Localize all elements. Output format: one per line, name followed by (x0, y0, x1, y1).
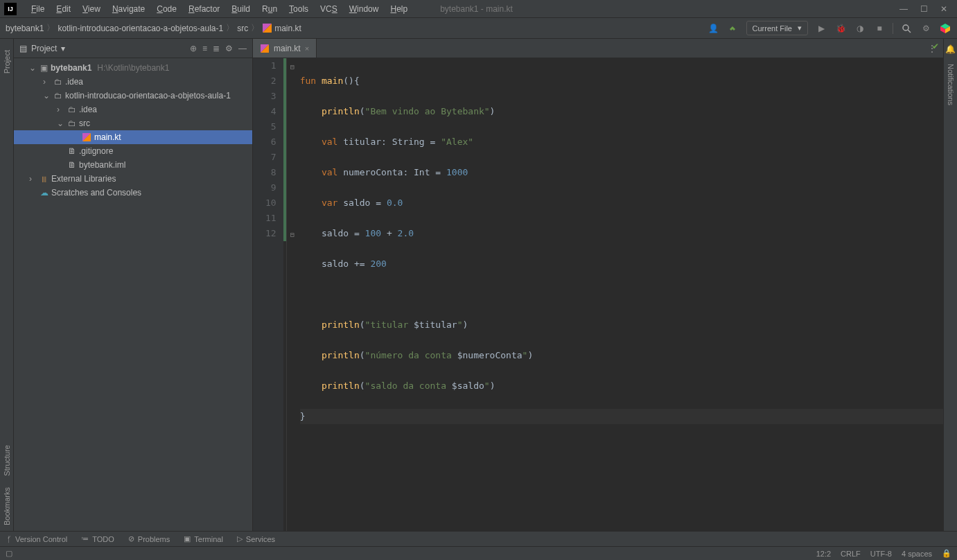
locate-icon[interactable]: ⊕ (190, 44, 197, 53)
gear-icon[interactable]: ⚙ (920, 22, 932, 35)
menu-tools[interactable]: Tools (284, 2, 313, 16)
inspection-status[interactable]: ✔ (932, 42, 939, 51)
close-icon[interactable]: × (305, 44, 309, 53)
chevron-down-icon: ⌄ (57, 119, 65, 128)
menu-edit[interactable]: Edit (51, 2, 76, 16)
tree-scratches[interactable]: ☁ Scratches and Consoles (14, 186, 252, 200)
tree-src-folder[interactable]: ⌄ 🗀 src (14, 116, 252, 130)
code-editor[interactable]: 123456789101112 ⊟ ⊟ fun main(){ println(… (253, 58, 943, 531)
warning-icon: ⊘ (128, 534, 134, 543)
menu-help[interactable]: Help (385, 2, 412, 16)
tool-windows-icon[interactable]: ▢ (6, 549, 12, 558)
tree-root[interactable]: ⌄ ▣ bytebank1 H:\Kotlin\bytebank1 (14, 61, 252, 75)
tool-terminal[interactable]: ▣Terminal (184, 534, 223, 543)
tool-structure[interactable]: Structure (3, 439, 11, 482)
cursor-position[interactable]: 12:2 (816, 550, 831, 558)
tool-bookmarks[interactable]: Bookmarks (3, 482, 11, 531)
tree-idea-folder[interactable]: › 🗀 .idea (14, 75, 252, 89)
tree-module-folder[interactable]: ⌄ 🗀 kotlin-introducao-orientacao-a-objet… (14, 89, 252, 103)
titlebar: IJ File Edit View Navigate Code Refactor… (0, 0, 957, 18)
indent-setting[interactable]: 4 spaces (902, 550, 932, 558)
editor-area: main.kt × ⋮ 123456789101112 ⊟ ⊟ fun main… (253, 39, 943, 531)
chevron-down-icon[interactable]: ▾ (61, 44, 65, 53)
crumb-root[interactable]: bytebank1 (6, 24, 44, 33)
build-hammer-icon[interactable] (727, 22, 739, 35)
editor-tabs: main.kt × ⋮ (253, 39, 943, 58)
debug-icon[interactable]: 🐞 (834, 22, 847, 35)
tool-notifications[interactable]: Notifications (947, 58, 955, 111)
menu-window[interactable]: Window (344, 2, 384, 16)
crumb-file[interactable]: main.kt (274, 24, 301, 33)
menu-navigate[interactable]: Navigate (107, 2, 150, 16)
tool-project[interactable]: Project (3, 44, 11, 79)
fold-strip: ⊟ ⊟ (286, 58, 296, 531)
folder-icon: 🗀 (54, 77, 62, 87)
menu-file[interactable]: File (26, 2, 49, 16)
chevron-right-icon: 〉 (251, 22, 259, 34)
jetbrains-toolbox-icon[interactable] (939, 22, 951, 35)
tree-file-main[interactable]: main.kt (14, 130, 252, 144)
tree-root-name: bytebank1 (51, 63, 91, 73)
maximize-button[interactable]: ☐ (920, 4, 928, 14)
file-encoding[interactable]: UTF-8 (870, 550, 892, 558)
project-tree: ⌄ ▣ bytebank1 H:\Kotlin\bytebank1 › 🗀 .i… (14, 58, 252, 202)
bell-icon[interactable]: 🔔 (945, 44, 956, 54)
terminal-icon: ▣ (184, 534, 191, 543)
gear-icon[interactable]: ⚙ (225, 44, 233, 53)
collapse-all-icon[interactable]: ≣ (213, 44, 220, 53)
bottom-tool-buttons: ᚶVersion Control ≔TODO ⊘Problems ▣Termin… (0, 531, 957, 546)
menu-view[interactable]: View (78, 2, 105, 16)
folder-icon: 🗀 (68, 119, 76, 128)
tool-problems[interactable]: ⊘Problems (128, 534, 170, 543)
chevron-down-icon: ▾ (798, 24, 802, 33)
chevron-right-icon: 〉 (46, 22, 55, 34)
branch-icon: ᚶ (7, 535, 12, 543)
minimize-button[interactable]: — (899, 4, 908, 14)
app-icon: IJ (4, 3, 17, 15)
sidebar-tools: ⊕ ≡ ≣ ⚙ — (190, 44, 247, 53)
right-tool-rail: 🔔 Notifications (943, 39, 957, 531)
file-icon: 🗎 (68, 160, 76, 170)
crumb-module[interactable]: kotlin-introducao-orientacao-a-objetos-a… (58, 24, 223, 33)
status-bar: ▢ 12:2 CRLF UTF-8 4 spaces 🔒 (0, 546, 957, 560)
tree-file-gitignore[interactable]: 🗎 .gitignore (14, 144, 252, 158)
chevron-right-icon: › (43, 77, 51, 87)
run-icon[interactable]: ▶ (815, 22, 827, 35)
expand-all-icon[interactable]: ≡ (202, 44, 207, 53)
crumb-src[interactable]: src (237, 24, 248, 33)
tab-filename: main.kt (274, 44, 301, 53)
hide-icon[interactable]: — (238, 44, 247, 53)
kotlin-file-icon (82, 132, 91, 142)
menu-code[interactable]: Code (152, 2, 182, 16)
search-icon[interactable] (900, 22, 913, 35)
tree-external-libraries[interactable]: › ⫼ External Libraries (14, 172, 252, 186)
run-configuration-dropdown[interactable]: Current File ▾ (746, 21, 808, 35)
main-menu: File Edit View Navigate Code Refactor Bu… (26, 2, 412, 16)
close-button[interactable]: ✕ (940, 4, 947, 14)
module-icon: ▣ (40, 63, 48, 73)
window-controls: — ☐ ✕ (899, 4, 953, 14)
tab-main-kt[interactable]: main.kt × (253, 39, 317, 58)
add-user-icon[interactable]: 👤 (708, 22, 720, 35)
tool-services[interactable]: ▷Services (237, 534, 275, 543)
menu-run[interactable]: Run (257, 2, 282, 16)
chevron-right-icon: › (29, 174, 37, 184)
lock-icon[interactable]: 🔒 (942, 549, 951, 558)
menu-refactor[interactable]: Refactor (184, 2, 225, 16)
coverage-icon[interactable]: ◑ (854, 22, 866, 35)
menu-vcs[interactable]: VCS (315, 2, 342, 16)
menu-build[interactable]: Build (227, 2, 255, 16)
tree-root-path: H:\Kotlin\bytebank1 (97, 63, 169, 73)
tree-file-iml[interactable]: 🗎 bytebank.iml (14, 158, 252, 172)
tool-todo[interactable]: ≔TODO (81, 534, 114, 543)
stop-icon[interactable]: ■ (873, 22, 886, 35)
line-separator[interactable]: CRLF (841, 550, 861, 558)
tool-version-control[interactable]: ᚶVersion Control (7, 535, 67, 543)
navigation-bar: bytebank1 〉 kotlin-introducao-orientacao… (0, 18, 957, 39)
libraries-icon: ⫼ (40, 174, 49, 184)
code-content[interactable]: fun main(){ println("Bem vindo ao Byteba… (296, 58, 943, 531)
tree-idea2-folder[interactable]: › 🗀 .idea (14, 103, 252, 116)
left-tool-rail: Project Structure Bookmarks (0, 39, 14, 531)
sidebar-title: Project (31, 44, 57, 53)
divider (893, 23, 893, 34)
